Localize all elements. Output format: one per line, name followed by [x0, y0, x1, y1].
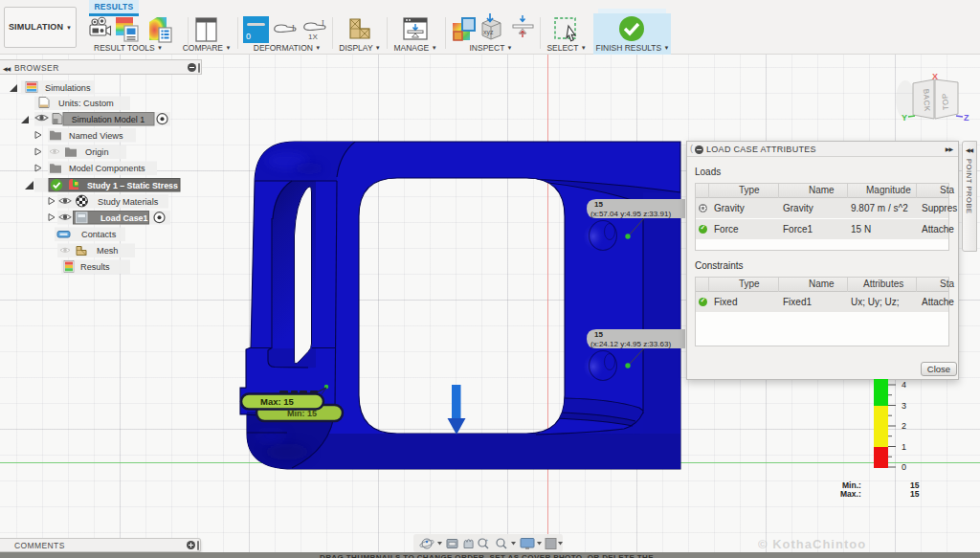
svg-text:X: X [932, 72, 938, 81]
svg-text:Max.:: Max.: [840, 489, 861, 499]
svg-text:I: I [292, 24, 295, 33]
svg-text:Origin: Origin [85, 147, 109, 157]
svg-text:Contacts: Contacts [81, 230, 117, 239]
svg-text:4: 4 [902, 380, 906, 390]
svg-text:Study 1 – Static Stress: Study 1 – Static Stress [87, 181, 178, 190]
svg-text:2: 2 [902, 421, 906, 431]
svg-text:Y: Y [902, 113, 907, 123]
svg-text:Results: Results [80, 262, 110, 272]
svg-text:0: 0 [246, 32, 251, 41]
svg-text:I: I [322, 19, 324, 28]
svg-text:BACK: BACK [922, 89, 931, 112]
svg-text:Mesh: Mesh [97, 246, 118, 256]
svg-text:Study Materials: Study Materials [98, 197, 159, 207]
svg-text:xyz: xyz [483, 29, 494, 36]
svg-text:1: 1 [902, 442, 906, 452]
svg-text:15: 15 [910, 489, 920, 499]
svg-text:(x:57.04 y:4.95 z:33.91): (x:57.04 y:4.95 z:33.91) [590, 210, 671, 218]
svg-text:Max: 15: Max: 15 [260, 396, 295, 407]
svg-text:Named Views: Named Views [69, 131, 123, 141]
svg-text:Units: Custom: Units: Custom [58, 99, 114, 108]
svg-text:Z: Z [964, 113, 969, 123]
svg-text:Simulations: Simulations [45, 83, 91, 93]
svg-text:Simulation Model 1: Simulation Model 1 [72, 115, 145, 124]
svg-text:3: 3 [902, 401, 906, 411]
svg-text:1X: 1X [308, 33, 318, 41]
svg-text:0: 0 [902, 462, 906, 472]
svg-text:(x:24.12 y:4.95 z:33.63): (x:24.12 y:4.95 z:33.63) [590, 340, 671, 348]
svg-text:TOP: TOP [941, 93, 950, 110]
svg-text:15: 15 [594, 330, 603, 339]
svg-text:15: 15 [594, 200, 603, 209]
svg-text:+: + [485, 537, 488, 543]
svg-text:Load Case1: Load Case1 [100, 213, 147, 223]
svg-text:Model Components: Model Components [69, 164, 145, 173]
